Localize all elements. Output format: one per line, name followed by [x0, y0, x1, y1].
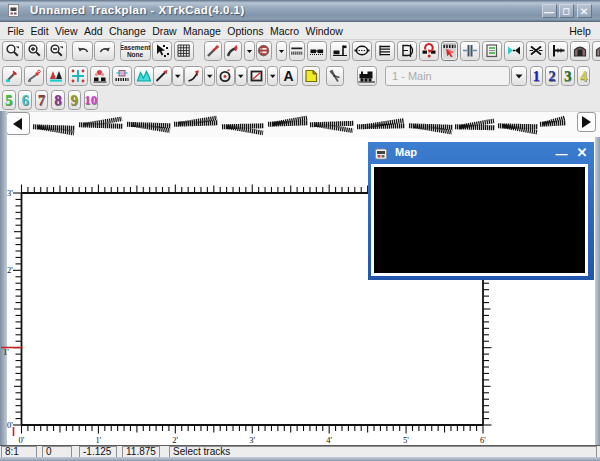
svg-text:0': 0' [7, 420, 13, 430]
svg-text:0': 0' [19, 435, 25, 445]
svg-text:5': 5' [403, 435, 409, 445]
svg-text:6': 6' [480, 435, 486, 445]
svg-text:2': 2' [172, 435, 178, 445]
svg-text:1': 1' [95, 435, 101, 445]
svg-text:4': 4' [326, 435, 332, 445]
svg-text:2': 2' [7, 265, 13, 275]
svg-text:3': 3' [7, 188, 13, 198]
svg-text:3': 3' [249, 435, 255, 445]
